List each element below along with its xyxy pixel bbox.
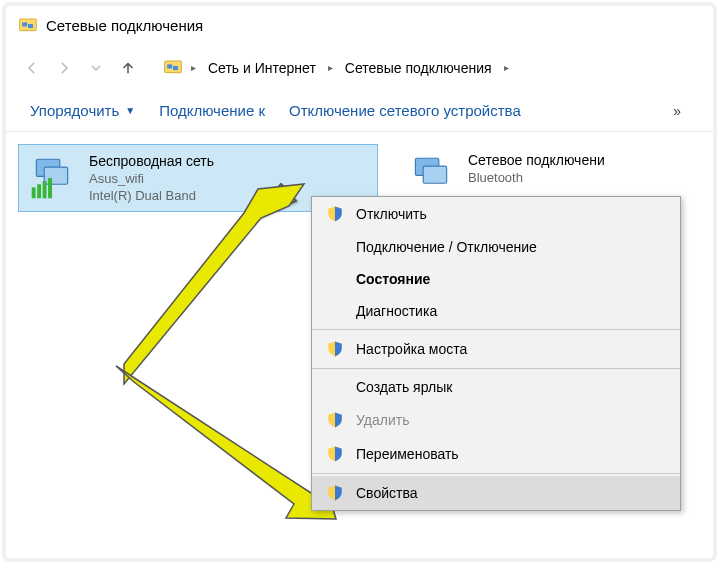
menu-item-properties[interactable]: Свойства: [312, 476, 680, 510]
svg-rect-7: [44, 167, 67, 184]
menu-label: Подключение / Отключение: [356, 239, 537, 255]
forward-button[interactable]: [50, 54, 78, 82]
menu-label: Отключить: [356, 206, 427, 222]
menu-item-connect-disconnect[interactable]: Подключение / Отключение: [312, 231, 680, 263]
menu-separator: [312, 368, 680, 369]
shield-icon: [326, 445, 344, 463]
disable-device-button[interactable]: Отключение сетевого устройства: [289, 102, 521, 119]
svg-rect-4: [167, 64, 172, 68]
network-folder-icon: [163, 56, 183, 79]
window-title: Сетевые подключения: [46, 17, 203, 34]
up-button[interactable]: [114, 54, 142, 82]
menu-item-delete[interactable]: Удалить: [312, 403, 680, 437]
adapter-icon: [27, 153, 77, 203]
adapter-name: Сетевое подключени: [468, 152, 605, 168]
organize-label: Упорядочить: [30, 102, 119, 119]
menu-separator: [312, 473, 680, 474]
menu-item-shortcut[interactable]: Создать ярлык: [312, 371, 680, 403]
menu-label: Свойства: [356, 485, 417, 501]
back-button[interactable]: [18, 54, 46, 82]
svg-rect-5: [173, 66, 178, 70]
chevron-right-icon: ▸: [328, 62, 333, 73]
svg-rect-1: [22, 22, 27, 26]
disable-device-label: Отключение сетевого устройства: [289, 102, 521, 119]
svg-rect-10: [43, 181, 47, 198]
menu-item-disable[interactable]: Отключить: [312, 197, 680, 231]
adapter-sub: Bluetooth: [468, 170, 605, 185]
chevron-right-icon: ▸: [504, 62, 509, 73]
adapter-info: Беспроводная сеть Asus_wifi Intel(R) Dua…: [89, 153, 214, 203]
connect-to-button[interactable]: Подключение к: [159, 102, 265, 119]
shield-icon: [326, 411, 344, 429]
menu-item-diagnose[interactable]: Диагностика: [312, 295, 680, 327]
menu-item-bridge[interactable]: Настройка моста: [312, 332, 680, 366]
context-menu: Отключить Подключение / Отключение Состо…: [311, 196, 681, 511]
organize-menu[interactable]: Упорядочить ▼: [30, 102, 135, 119]
menu-label: Настройка моста: [356, 341, 467, 357]
breadcrumb-item-network[interactable]: Сеть и Интернет: [204, 58, 320, 78]
adapter-icon: [406, 152, 456, 202]
recent-locations-button[interactable]: [82, 54, 110, 82]
breadcrumb[interactable]: ▸ Сеть и Интернет ▸ Сетевые подключения …: [154, 51, 701, 84]
chevron-right-icon: ▸: [191, 62, 196, 73]
svg-rect-2: [28, 24, 33, 28]
network-folder-icon: [18, 14, 38, 37]
chevron-down-icon: ▼: [125, 105, 135, 116]
adapter-driver: Intel(R) Dual Band: [89, 188, 214, 203]
svg-rect-11: [48, 178, 52, 198]
menu-item-rename[interactable]: Переименовать: [312, 437, 680, 471]
shield-icon: [326, 484, 344, 502]
menu-item-status[interactable]: Состояние: [312, 263, 680, 295]
shield-icon: [326, 205, 344, 223]
command-bar: Упорядочить ▼ Подключение к Отключение с…: [6, 90, 713, 132]
menu-separator: [312, 329, 680, 330]
titlebar: Сетевые подключения: [6, 6, 713, 45]
adapter-ssid: Asus_wifi: [89, 171, 214, 186]
shield-icon: [326, 340, 344, 358]
svg-rect-8: [32, 187, 36, 198]
menu-label: Диагностика: [356, 303, 437, 319]
svg-marker-15: [116, 366, 336, 519]
connect-to-label: Подключение к: [159, 102, 265, 119]
menu-label: Создать ярлык: [356, 379, 452, 395]
breadcrumb-item-connections[interactable]: Сетевые подключения: [341, 58, 496, 78]
menu-label: Переименовать: [356, 446, 459, 462]
svg-rect-13: [423, 166, 446, 183]
overflow-button[interactable]: »: [665, 103, 689, 119]
menu-label: Состояние: [356, 271, 430, 287]
explorer-window: Сетевые подключения ▸ Сеть и Интернет ▸ …: [2, 2, 717, 562]
navigation-bar: ▸ Сеть и Интернет ▸ Сетевые подключения …: [6, 45, 713, 90]
menu-label: Удалить: [356, 412, 409, 428]
adapter-name: Беспроводная сеть: [89, 153, 214, 169]
svg-rect-9: [37, 184, 41, 198]
